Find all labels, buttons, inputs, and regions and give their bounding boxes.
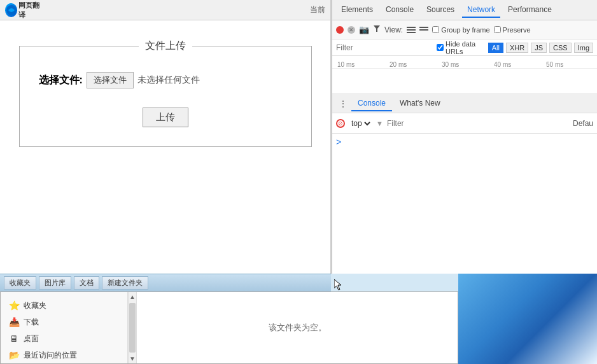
preserve-checkbox[interactable] bbox=[494, 26, 501, 33]
nav-item-recent[interactable]: 📂 最近访问的位置 bbox=[3, 347, 125, 363]
view-list-icon[interactable] bbox=[407, 27, 416, 33]
console-input-row: ⊘ top ▼ Defau bbox=[332, 113, 597, 134]
console-body: > bbox=[332, 134, 597, 274]
file-upload-title: 文件上传 bbox=[139, 39, 192, 53]
file-main-area: 该文件夹为空。 bbox=[137, 292, 458, 363]
tab-performance[interactable]: Performance bbox=[503, 3, 557, 18]
view-label: View: bbox=[384, 25, 403, 34]
console-tabs: ⋮ Console What's New bbox=[332, 94, 597, 113]
nav-item-desktop[interactable]: 🖥 桌面 bbox=[3, 330, 125, 347]
network-filter-input[interactable] bbox=[336, 43, 432, 52]
taskbar-btn-0[interactable]: 收藏夹 bbox=[4, 276, 36, 290]
hide-data-urls-checkbox[interactable] bbox=[437, 44, 444, 51]
timeline-ruler: 10 ms 20 ms 30 ms 40 ms 50 ms bbox=[332, 56, 597, 69]
tab-sources[interactable]: Sources bbox=[421, 3, 460, 18]
default-label: Defau bbox=[573, 119, 593, 128]
browser-area: 网页翻译 当前 文件上传 选择文件: 选择文件 未选择任何文件 上传 bbox=[0, 0, 331, 274]
taskbar-btn-3[interactable]: 新建文件夹 bbox=[102, 276, 148, 290]
screenshot-button[interactable]: 📷 bbox=[359, 25, 369, 34]
recent-icon: 📂 bbox=[8, 349, 20, 361]
nav-downloads-label: 下载 bbox=[24, 317, 39, 328]
view-grid-icon[interactable] bbox=[419, 27, 428, 33]
timeline-area: 10 ms 20 ms 30 ms 40 ms 50 ms bbox=[332, 56, 597, 94]
filter-xhr-button[interactable]: XHR bbox=[506, 43, 528, 53]
browser-logo: 网页翻译 bbox=[5, 3, 43, 18]
tab-whats-new[interactable]: What's New bbox=[393, 96, 447, 111]
devtools-panel: Elements Console Sources Network Perform… bbox=[331, 0, 597, 274]
preserve-label: Preserve bbox=[503, 26, 531, 34]
context-select[interactable]: top bbox=[349, 118, 372, 129]
no-file-text: 未选择任何文件 bbox=[137, 74, 200, 86]
tab-console-bottom[interactable]: Console bbox=[351, 96, 392, 111]
file-explorer: ⭐ 收藏夹 📥 下载 🖥 桌面 📂 最近访问的位置 ▲ ▼ 该文件夹为空。 bbox=[0, 291, 458, 364]
desktop-icon: 🖥 bbox=[8, 333, 20, 344]
console-caret[interactable]: > bbox=[336, 136, 593, 149]
filter-bar: Hide data URLs All XHR JS CSS Img bbox=[332, 39, 597, 56]
clear-button[interactable]: ✕ bbox=[348, 26, 355, 34]
tab-elements[interactable]: Elements bbox=[336, 3, 378, 18]
tab-console[interactable]: Console bbox=[381, 3, 419, 18]
upload-button[interactable]: 上传 bbox=[143, 108, 188, 127]
page-content: 文件上传 选择文件: 选择文件 未选择任何文件 上传 bbox=[0, 20, 330, 172]
scroll-thumb[interactable] bbox=[129, 303, 136, 353]
tick-40ms: 40 ms bbox=[493, 61, 545, 68]
file-select-row: 选择文件: 选择文件 未选择任何文件 bbox=[39, 72, 292, 88]
svg-marker-1 bbox=[374, 25, 380, 32]
filter-js-button[interactable]: JS bbox=[531, 43, 547, 53]
chevron-down-icon: ▼ bbox=[376, 120, 383, 127]
filter-options: Hide data URLs All XHR JS CSS Img bbox=[437, 40, 593, 55]
nav-recent-label: 最近访问的位置 bbox=[24, 350, 77, 361]
preserve-option: Preserve bbox=[494, 26, 531, 34]
stop-icon[interactable]: ⊘ bbox=[336, 119, 345, 128]
file-upload-section: 文件上传 选择文件: 选择文件 未选择任何文件 上传 bbox=[19, 46, 312, 147]
browser-topbar: 网页翻译 当前 bbox=[0, 0, 330, 20]
star-icon: ⭐ bbox=[8, 300, 20, 311]
upload-btn-row: 上传 bbox=[39, 108, 292, 127]
tick-50ms: 50 ms bbox=[545, 61, 597, 68]
hide-data-urls-label: Hide data URLs bbox=[446, 40, 486, 55]
filter-icon bbox=[373, 25, 381, 34]
logo-text: 网页翻译 bbox=[18, 1, 43, 20]
cursor bbox=[334, 279, 342, 291]
tab-network[interactable]: Network bbox=[462, 3, 500, 18]
nav-sidebar: ⭐ 收藏夹 📥 下载 🖥 桌面 📂 最近访问的位置 bbox=[1, 292, 128, 363]
hide-data-urls-option: Hide data URLs bbox=[437, 40, 486, 55]
filter-img-button[interactable]: Img bbox=[574, 43, 593, 53]
download-icon: 📥 bbox=[8, 316, 20, 328]
filter-all-button[interactable]: All bbox=[488, 43, 503, 53]
record-button[interactable] bbox=[336, 26, 344, 34]
logo-icon bbox=[5, 3, 17, 17]
taskbar: 收藏夹 图片库 文档 新建文件夹 bbox=[0, 274, 331, 291]
tick-30ms: 30 ms bbox=[440, 61, 493, 68]
filter-css-button[interactable]: CSS bbox=[549, 43, 572, 53]
nav-favorites-label: 收藏夹 bbox=[24, 300, 46, 311]
scroll-up-arrow[interactable]: ▲ bbox=[128, 292, 137, 302]
group-by-frame-checkbox[interactable] bbox=[432, 26, 439, 33]
group-by-frame-label: Group by frame bbox=[441, 26, 489, 34]
group-by-frame-option: Group by frame bbox=[432, 26, 489, 34]
nav-item-downloads[interactable]: 📥 下载 bbox=[3, 314, 125, 330]
console-filter-input[interactable] bbox=[387, 119, 569, 128]
current-label: 当前 bbox=[310, 4, 325, 15]
nav-item-favorites[interactable]: ⭐ 收藏夹 bbox=[3, 297, 125, 314]
console-more-button[interactable]: ⋮ bbox=[336, 99, 350, 109]
nav-scrollbar[interactable]: ▲ ▼ bbox=[128, 292, 137, 363]
tick-20ms: 20 ms bbox=[388, 61, 440, 68]
taskbar-btn-1[interactable]: 图片库 bbox=[39, 276, 71, 290]
nav-desktop-label: 桌面 bbox=[24, 333, 39, 344]
right-decoration bbox=[458, 274, 597, 364]
devtools-toolbar: Elements Console Sources Network Perform… bbox=[332, 0, 597, 20]
taskbar-btn-2[interactable]: 文档 bbox=[74, 276, 99, 290]
network-toolbar: ✕ 📷 View: Group by frame Preserve bbox=[332, 20, 597, 39]
file-label: 选择文件: bbox=[39, 74, 83, 87]
choose-file-button[interactable]: 选择文件 bbox=[87, 72, 134, 88]
empty-folder-text: 该文件夹为空。 bbox=[269, 322, 327, 333]
tick-10ms: 10 ms bbox=[336, 61, 388, 68]
scroll-down-arrow[interactable]: ▼ bbox=[128, 354, 137, 363]
